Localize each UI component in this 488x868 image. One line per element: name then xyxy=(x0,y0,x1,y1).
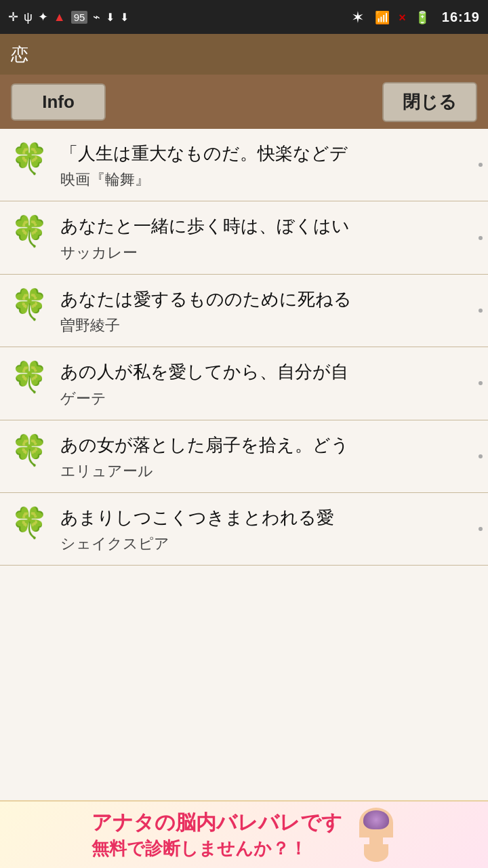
status-bar: ✛ ψ ✦ ▲ 95 ⌁ ⬇ ⬇ ✶ 📶 × 🔋 16:19 xyxy=(0,0,488,34)
list-item[interactable]: 🍀あなたと一緒に歩く時は、ぼくはいサッカレー xyxy=(0,201,488,274)
clover-icon: 🍀 xyxy=(11,144,48,174)
download-icon: ⬇ xyxy=(106,11,115,24)
list-item[interactable]: 🍀あまりしつこくつきまとわれる愛シェイクスピア xyxy=(0,493,488,566)
quote-text-block: あの人が私を愛してから、自分が自ゲーテ xyxy=(60,359,477,408)
ad-banner[interactable]: アナタの脳内バレバレです 無料で診断しませんか？！ xyxy=(0,800,488,868)
android-icon: ✦ xyxy=(38,9,48,24)
ad-text: アナタの脳内バレバレです 無料で診断しませんか？！ xyxy=(92,809,342,861)
scroll-indicator xyxy=(479,309,483,313)
battery-icon: 🔋 xyxy=(415,11,430,24)
scroll-indicator xyxy=(479,236,483,240)
quote-author: エリュアール xyxy=(60,461,477,481)
close-button[interactable]: 閉じる xyxy=(382,82,477,122)
ad-content: アナタの脳内バレバレです 無料で診断しませんか？！ xyxy=(92,808,396,862)
scroll-indicator xyxy=(479,163,483,167)
toolbar: Info 閉じる xyxy=(0,75,488,129)
list-item[interactable]: 🍀あなたは愛するもののために死ねる曽野綾子 xyxy=(0,275,488,347)
quote-main-text: あの女が落とした扇子を拾え。どう xyxy=(60,433,477,457)
time-display: 16:19 xyxy=(442,9,480,24)
list-item[interactable]: 🍀あの人が私を愛してから、自分が自ゲーテ xyxy=(0,347,488,420)
signal-icon: × xyxy=(399,11,407,24)
quote-text-block: あまりしつこくつきまとわれる愛シェイクスピア xyxy=(60,505,477,554)
quote-main-text: あの人が私を愛してから、自分が自 xyxy=(60,359,477,384)
info-button[interactable]: Info xyxy=(11,83,106,121)
quote-text-block: あなたは愛するもののために死ねる曽野綾子 xyxy=(60,287,477,336)
quote-author: サッカレー xyxy=(60,243,477,263)
scroll-indicator xyxy=(479,454,483,458)
battery-95-icon: 95 xyxy=(71,11,88,24)
app-title: 恋 xyxy=(11,43,28,66)
warning-icon: ▲ xyxy=(54,10,66,24)
status-icons: ✛ ψ ✦ ▲ 95 ⌁ ⬇ ⬇ xyxy=(8,9,129,24)
quote-text-block: あなたと一緒に歩く時は、ぼくはいサッカレー xyxy=(60,214,477,262)
download2-icon: ⬇ xyxy=(120,11,129,24)
quote-main-text: あまりしつこくつきまとわれる愛 xyxy=(60,505,477,530)
quote-author: ゲーテ xyxy=(60,389,477,409)
list-item[interactable]: 🍀あの女が落とした扇子を拾え。どうエリュアール xyxy=(0,420,488,493)
scroll-indicator xyxy=(479,381,483,385)
clover-icon: 🍀 xyxy=(11,290,48,319)
quote-author: 映画『輪舞』 xyxy=(60,170,477,190)
add-icon: ✛ xyxy=(8,9,18,24)
usb-icon: ψ xyxy=(24,10,33,24)
ad-head-illustration xyxy=(356,808,396,862)
quote-main-text: あなたと一緒に歩く時は、ぼくはい xyxy=(60,214,477,238)
quote-text-block: 「人生は重大なものだ。快楽などデ映画『輪舞』 xyxy=(60,141,477,190)
clover-icon: 🍀 xyxy=(11,362,48,392)
bluetooth-icon: ✶ xyxy=(352,11,363,24)
quote-list: 🍀「人生は重大なものだ。快楽などデ映画『輪舞』🍀あなたと一緒に歩く時は、ぼくはい… xyxy=(0,129,488,800)
quote-author: 曽野綾子 xyxy=(60,315,477,336)
status-right: ✶ 📶 × 🔋 16:19 xyxy=(352,9,480,25)
ad-line2: 無料で診断しませんか？！ xyxy=(92,837,342,861)
wifi-icon: ⌁ xyxy=(93,9,100,24)
scroll-indicator xyxy=(479,527,483,531)
quote-main-text: あなたは愛するもののために死ねる xyxy=(60,287,477,311)
quote-text-block: あの女が落とした扇子を拾え。どうエリュアール xyxy=(60,433,477,481)
quote-author: シェイクスピア xyxy=(60,534,477,554)
ad-line1: アナタの脳内バレバレです xyxy=(92,809,342,837)
quote-main-text: 「人生は重大なものだ。快楽などデ xyxy=(60,141,477,165)
title-bar: 恋 xyxy=(0,34,488,75)
clover-icon: 🍀 xyxy=(11,435,48,465)
clover-icon: 🍀 xyxy=(11,216,48,246)
wifi2-icon: 📶 xyxy=(375,11,390,24)
clover-icon: 🍀 xyxy=(11,508,48,538)
list-item[interactable]: 🍀「人生は重大なものだ。快楽などデ映画『輪舞』 xyxy=(0,129,488,201)
